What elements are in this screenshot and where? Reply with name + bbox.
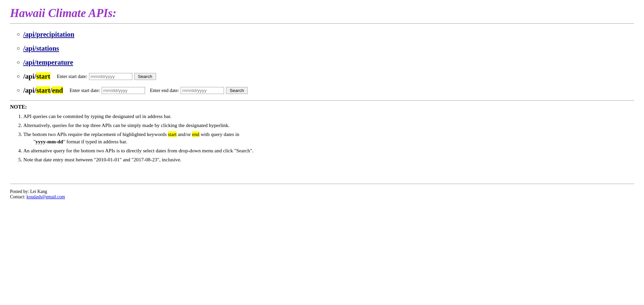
api-start-highlight: start <box>36 72 50 80</box>
note-end-highlight: end <box>192 131 199 137</box>
contact-label: Contact: <box>10 194 26 199</box>
list-item: ○ /api/start Enter start date: Search <box>17 72 634 80</box>
api-start-end-prefix: /api/start/end <box>23 86 63 94</box>
api-start-end-end-form: Enter end date: Search <box>150 87 248 94</box>
note-section: NOTE: API queries can be commited by typ… <box>10 100 634 164</box>
contact-email-link[interactable]: koudash@gmail.com <box>26 194 65 199</box>
note-item-5: Note that date entry must between "2010-… <box>23 156 634 164</box>
page-title: Hawaii Climate APIs: <box>10 7 634 20</box>
list-item: ○ /api/temperature <box>17 58 634 66</box>
start-search-button[interactable]: Search <box>134 73 156 80</box>
start-end-end-label: Enter end date: <box>150 88 179 93</box>
note-item-2: Alternatively, queries for the top three… <box>23 122 634 129</box>
bullet-icon: ○ <box>17 73 20 79</box>
start-end-start-input[interactable] <box>102 87 145 94</box>
list-item: ○ /api/start/end Enter start date: Enter… <box>17 86 634 94</box>
api-start-row: /api/start Enter start date: Search <box>23 72 156 80</box>
note-date-format: yyyy-mm-dd <box>36 139 63 144</box>
start-end-end-input[interactable] <box>181 87 224 94</box>
api-list: ○ /api/precipitation ○ /api/stations ○ /… <box>17 30 634 94</box>
note-title: NOTE: <box>10 104 634 110</box>
start-date-input[interactable] <box>89 73 132 80</box>
bullet-icon: ○ <box>17 87 20 93</box>
note-list: API queries can be commited by typing th… <box>10 113 634 164</box>
contact-line: Contact: koudash@gmail.com <box>10 194 634 200</box>
posted-by: Posted by: Lei Kang <box>10 189 634 194</box>
api-start-end-start-highlight: start <box>36 86 50 94</box>
title-divider <box>10 23 634 24</box>
footer: Posted by: Lei Kang Contact: koudash@gma… <box>10 184 634 200</box>
api-stations-link[interactable]: /api/stations <box>23 44 59 52</box>
start-end-start-label: Enter start date: <box>70 88 100 93</box>
list-item: ○ /api/stations <box>17 44 634 52</box>
bullet-icon: ○ <box>17 59 20 65</box>
start-date-label: Enter start date: <box>57 74 87 79</box>
api-start-end-end-highlight: end <box>52 86 63 94</box>
list-item: ○ /api/precipitation <box>17 30 634 38</box>
bullet-icon: ○ <box>17 31 20 37</box>
api-start-form: Enter start date: Search <box>57 73 156 80</box>
api-start-end-start-form: Enter start date: <box>70 87 145 94</box>
api-precipitation-link[interactable]: /api/precipitation <box>23 30 74 38</box>
api-start-end-row: /api/start/end Enter start date: Enter e… <box>23 86 248 94</box>
note-item-3: The bottom two APIs require the replacem… <box>23 131 634 146</box>
api-temperature-link[interactable]: /api/temperature <box>23 58 73 66</box>
bullet-icon: ○ <box>17 45 20 51</box>
note-start-highlight: start <box>168 131 177 137</box>
note-item-1: API queries can be commited by typing th… <box>23 113 634 120</box>
api-start-prefix: /api/start <box>23 72 50 80</box>
note-item-4: An alternative query for the bottom two … <box>23 147 634 155</box>
start-end-search-button[interactable]: Search <box>226 87 248 94</box>
